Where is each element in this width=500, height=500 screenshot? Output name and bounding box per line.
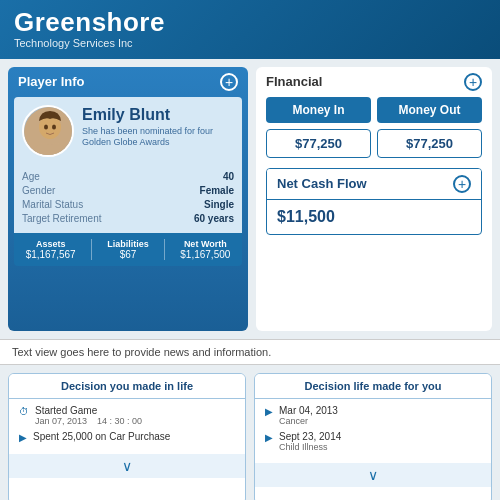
- net-cash-header: Net Cash Flow +: [267, 169, 481, 200]
- net-cash-section: Net Cash Flow + $11,500: [266, 168, 482, 235]
- app-header: Greenshore Technology Services Inc: [0, 0, 500, 59]
- marital-label: Marital Status: [22, 199, 83, 210]
- list-item: ▶ Sept 23, 2014 Child Illness: [265, 431, 481, 452]
- chevron-down-icon: ∨: [368, 467, 378, 483]
- player-info-body: Emily Blunt She has been nominated for f…: [14, 97, 242, 165]
- retirement-value: 60 years: [194, 213, 234, 224]
- player-footer: Assets $1,167,567 Liabilities $67 Net Wo…: [14, 233, 242, 266]
- networth-stat: Net Worth $1,167,500: [180, 239, 230, 260]
- money-in-value: $77,250: [266, 129, 371, 158]
- decision-panel-1: Decision you made in life ⏱ Started Game…: [8, 373, 246, 500]
- decision-2-item-2-main: Sept 23, 2014: [279, 431, 341, 442]
- decision-panel-1-title: Decision you made in life: [9, 374, 245, 399]
- news-text: Text view goes here to provide news and …: [12, 346, 271, 358]
- chevron-down-icon: ∨: [122, 458, 132, 474]
- money-buttons: Money In Money Out: [256, 97, 492, 129]
- play-icon: ▶: [265, 432, 273, 443]
- player-add-button[interactable]: +: [220, 73, 238, 91]
- marital-row: Marital Status Single: [22, 199, 234, 210]
- list-item: ⏱ Started Game Jan 07, 2013 14 : 30 : 00: [19, 405, 235, 426]
- decision-1-item-2-text: Spent 25,000 on Car Purchase: [33, 431, 170, 442]
- financial-panel: FInancial + Money In Money Out $77,250 $…: [256, 67, 492, 331]
- player-name: Emily Blunt: [82, 105, 234, 124]
- marital-value: Single: [204, 199, 234, 210]
- decision-1-item-1-main: Started Game: [35, 405, 142, 416]
- liabilities-value: $67: [107, 249, 149, 260]
- main-content: Player Info + Emily Blunt She has been n…: [0, 59, 500, 339]
- decision-panel-1-body: ⏱ Started Game Jan 07, 2013 14 : 30 : 00…: [9, 399, 245, 454]
- svg-point-2: [44, 124, 48, 129]
- financial-title: FInancial: [266, 74, 322, 89]
- financial-header: FInancial +: [256, 67, 492, 97]
- networth-value: $1,167,500: [180, 249, 230, 260]
- play-icon: ▶: [265, 406, 273, 417]
- play-icon: ▶: [19, 432, 27, 443]
- money-values: $77,250 $77,250: [256, 129, 492, 168]
- liabilities-stat: Liabilities $67: [107, 239, 149, 260]
- decision-panel-1-more[interactable]: ∨: [9, 454, 245, 478]
- avatar: [22, 105, 74, 157]
- player-description: She has been nominated for four Golden G…: [82, 126, 234, 149]
- money-in-button[interactable]: Money In: [266, 97, 371, 123]
- financial-add-button[interactable]: +: [464, 73, 482, 91]
- player-panel-title: Player Info: [18, 74, 84, 89]
- age-label: Age: [22, 171, 40, 182]
- app-subtitle: Technology Services Inc: [14, 37, 486, 49]
- player-panel: Player Info + Emily Blunt She has been n…: [8, 67, 248, 331]
- money-out-value: $77,250: [377, 129, 482, 158]
- decision-panel-2: Decision life made for you ▶ Mar 04, 201…: [254, 373, 492, 500]
- decision-2-item-2-text: Sept 23, 2014 Child Illness: [279, 431, 341, 452]
- player-name-block: Emily Blunt She has been nominated for f…: [82, 105, 234, 150]
- retirement-row: Target Retirement 60 years: [22, 213, 234, 224]
- decision-panel-2-more[interactable]: ∨: [255, 463, 491, 487]
- list-item: ▶ Spent 25,000 on Car Purchase: [19, 431, 235, 443]
- net-cash-label: Net Cash Flow: [277, 176, 367, 191]
- assets-value: $1,167,567: [26, 249, 76, 260]
- retirement-label: Target Retirement: [22, 213, 101, 224]
- decision-panel-2-title: Decision life made for you: [255, 374, 491, 399]
- decision-1-item-1-sub: Jan 07, 2013 14 : 30 : 00: [35, 416, 142, 426]
- decision-1-item-1-text: Started Game Jan 07, 2013 14 : 30 : 00: [35, 405, 142, 426]
- net-cash-add-button[interactable]: +: [453, 175, 471, 193]
- decision-2-item-1-main: Mar 04, 2013: [279, 405, 338, 416]
- money-out-button[interactable]: Money Out: [377, 97, 482, 123]
- net-cash-value: $11,500: [267, 200, 481, 234]
- decision-panel-2-body: ▶ Mar 04, 2013 Cancer ▶ Sept 23, 2014 Ch…: [255, 399, 491, 463]
- svg-point-3: [52, 124, 56, 129]
- bottom-area: Decision you made in life ⏱ Started Game…: [0, 365, 500, 500]
- networth-label: Net Worth: [180, 239, 230, 249]
- gender-label: Gender: [22, 185, 55, 196]
- liabilities-label: Liabilities: [107, 239, 149, 249]
- assets-stat: Assets $1,167,567: [26, 239, 76, 260]
- news-bar: Text view goes here to provide news and …: [0, 339, 500, 365]
- player-details: Age 40 Gender Female Marital Status Sing…: [14, 165, 242, 233]
- footer-divider2: [164, 239, 165, 260]
- gender-value: Female: [200, 185, 234, 196]
- footer-divider1: [91, 239, 92, 260]
- age-row: Age 40: [22, 171, 234, 182]
- decision-2-item-2-sub: Child Illness: [279, 442, 341, 452]
- list-item: ▶ Mar 04, 2013 Cancer: [265, 405, 481, 426]
- decision-2-item-1-sub: Cancer: [279, 416, 338, 426]
- assets-label: Assets: [26, 239, 76, 249]
- decision-2-item-1-text: Mar 04, 2013 Cancer: [279, 405, 338, 426]
- clock-icon: ⏱: [19, 406, 29, 417]
- app-title: Greenshore: [14, 8, 486, 37]
- player-panel-header: Player Info +: [8, 67, 248, 97]
- gender-row: Gender Female: [22, 185, 234, 196]
- age-value: 40: [223, 171, 234, 182]
- decision-1-item-2-main: Spent 25,000 on Car Purchase: [33, 431, 170, 442]
